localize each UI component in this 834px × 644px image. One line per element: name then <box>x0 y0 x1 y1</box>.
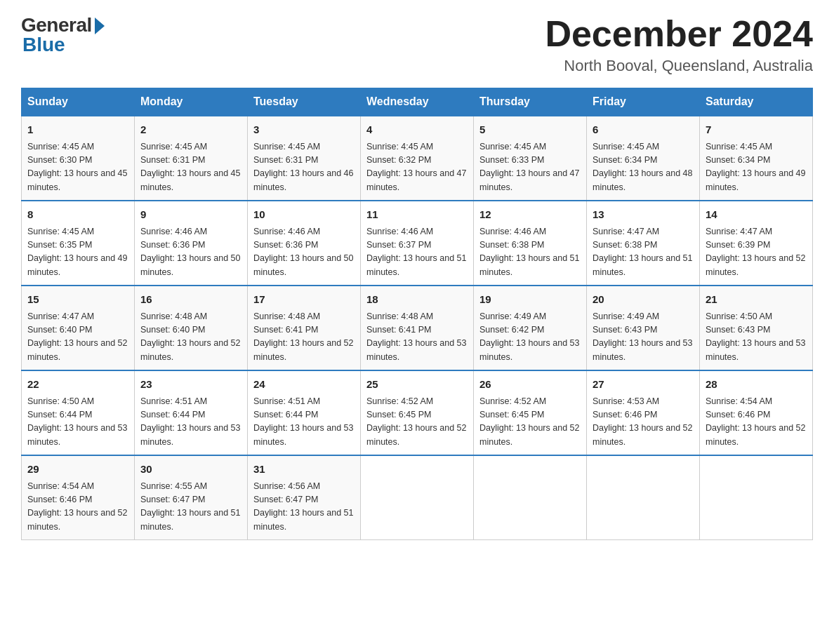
calendar-cell: 17 Sunrise: 4:48 AMSunset: 6:41 PMDaylig… <box>248 286 361 370</box>
day-number: 17 <box>253 292 355 308</box>
calendar-cell: 5 Sunrise: 4:45 AMSunset: 6:33 PMDayligh… <box>474 116 587 201</box>
day-number: 21 <box>706 292 807 308</box>
day-info: Sunrise: 4:46 AMSunset: 6:36 PMDaylight:… <box>253 225 355 280</box>
day-number: 31 <box>253 462 355 478</box>
calendar-cell: 24 Sunrise: 4:51 AMSunset: 6:44 PMDaylig… <box>248 370 361 455</box>
day-info: Sunrise: 4:54 AMSunset: 6:46 PMDaylight:… <box>706 395 807 450</box>
day-info: Sunrise: 4:48 AMSunset: 6:40 PMDaylight:… <box>140 310 241 365</box>
col-thursday: Thursday <box>474 88 587 116</box>
col-tuesday: Tuesday <box>248 88 361 116</box>
day-info: Sunrise: 4:45 AMSunset: 6:34 PMDaylight:… <box>706 140 807 195</box>
day-number: 25 <box>366 377 468 393</box>
col-wednesday: Wednesday <box>361 88 474 116</box>
day-number: 24 <box>253 377 355 393</box>
day-number: 29 <box>27 462 128 478</box>
logo-arrow-icon <box>95 18 105 34</box>
day-number: 30 <box>140 462 241 478</box>
calendar-cell <box>474 455 587 540</box>
calendar-cell: 4 Sunrise: 4:45 AMSunset: 6:32 PMDayligh… <box>361 116 474 201</box>
calendar-table: Sunday Monday Tuesday Wednesday Thursday… <box>21 88 813 540</box>
calendar-cell: 19 Sunrise: 4:49 AMSunset: 6:42 PMDaylig… <box>474 286 587 370</box>
logo-blue-text: Blue <box>22 34 65 56</box>
calendar-cell: 26 Sunrise: 4:52 AMSunset: 6:45 PMDaylig… <box>474 370 587 455</box>
calendar-cell: 14 Sunrise: 4:47 AMSunset: 6:39 PMDaylig… <box>700 201 813 286</box>
calendar-cell: 2 Sunrise: 4:45 AMSunset: 6:31 PMDayligh… <box>135 116 248 201</box>
day-info: Sunrise: 4:50 AMSunset: 6:43 PMDaylight:… <box>706 310 807 365</box>
page-subtitle: North Booval, Queensland, Australia <box>545 57 813 75</box>
calendar-week-row: 8 Sunrise: 4:45 AMSunset: 6:35 PMDayligh… <box>22 201 813 286</box>
day-number: 20 <box>593 292 694 308</box>
calendar-week-row: 22 Sunrise: 4:50 AMSunset: 6:44 PMDaylig… <box>22 370 813 455</box>
calendar-cell: 7 Sunrise: 4:45 AMSunset: 6:34 PMDayligh… <box>700 116 813 201</box>
day-info: Sunrise: 4:50 AMSunset: 6:44 PMDaylight:… <box>27 395 128 450</box>
calendar-cell: 16 Sunrise: 4:48 AMSunset: 6:40 PMDaylig… <box>135 286 248 370</box>
day-info: Sunrise: 4:52 AMSunset: 6:45 PMDaylight:… <box>479 395 581 450</box>
calendar-week-row: 1 Sunrise: 4:45 AMSunset: 6:30 PMDayligh… <box>22 116 813 201</box>
day-info: Sunrise: 4:52 AMSunset: 6:45 PMDaylight:… <box>366 395 468 450</box>
day-info: Sunrise: 4:56 AMSunset: 6:47 PMDaylight:… <box>253 480 355 535</box>
day-info: Sunrise: 4:48 AMSunset: 6:41 PMDaylight:… <box>253 310 355 365</box>
calendar-cell <box>361 455 474 540</box>
page-title: December 2024 <box>545 14 813 54</box>
day-number: 1 <box>27 122 128 138</box>
day-number: 23 <box>140 377 241 393</box>
calendar-cell: 20 Sunrise: 4:49 AMSunset: 6:43 PMDaylig… <box>587 286 700 370</box>
calendar-cell: 11 Sunrise: 4:46 AMSunset: 6:37 PMDaylig… <box>361 201 474 286</box>
calendar-cell: 8 Sunrise: 4:45 AMSunset: 6:35 PMDayligh… <box>22 201 135 286</box>
day-number: 13 <box>593 207 694 223</box>
calendar-week-row: 15 Sunrise: 4:47 AMSunset: 6:40 PMDaylig… <box>22 286 813 370</box>
col-sunday: Sunday <box>22 88 135 116</box>
day-info: Sunrise: 4:45 AMSunset: 6:33 PMDaylight:… <box>479 140 581 195</box>
calendar-week-row: 29 Sunrise: 4:54 AMSunset: 6:46 PMDaylig… <box>22 455 813 540</box>
calendar-cell: 9 Sunrise: 4:46 AMSunset: 6:36 PMDayligh… <box>135 201 248 286</box>
day-number: 28 <box>706 377 807 393</box>
day-info: Sunrise: 4:47 AMSunset: 6:40 PMDaylight:… <box>27 310 128 365</box>
day-info: Sunrise: 4:49 AMSunset: 6:43 PMDaylight:… <box>593 310 694 365</box>
day-number: 16 <box>140 292 241 308</box>
calendar-cell: 25 Sunrise: 4:52 AMSunset: 6:45 PMDaylig… <box>361 370 474 455</box>
day-number: 22 <box>27 377 128 393</box>
calendar-cell: 28 Sunrise: 4:54 AMSunset: 6:46 PMDaylig… <box>700 370 813 455</box>
day-info: Sunrise: 4:51 AMSunset: 6:44 PMDaylight:… <box>140 395 241 450</box>
day-info: Sunrise: 4:45 AMSunset: 6:31 PMDaylight:… <box>253 140 355 195</box>
day-info: Sunrise: 4:45 AMSunset: 6:35 PMDaylight:… <box>27 225 128 280</box>
day-number: 12 <box>479 207 581 223</box>
day-info: Sunrise: 4:55 AMSunset: 6:47 PMDaylight:… <box>140 480 241 535</box>
title-block: December 2024 North Booval, Queensland, … <box>545 14 813 75</box>
day-info: Sunrise: 4:46 AMSunset: 6:38 PMDaylight:… <box>479 225 581 280</box>
day-info: Sunrise: 4:47 AMSunset: 6:38 PMDaylight:… <box>593 225 694 280</box>
day-number: 6 <box>593 122 694 138</box>
calendar-cell: 13 Sunrise: 4:47 AMSunset: 6:38 PMDaylig… <box>587 201 700 286</box>
day-number: 15 <box>27 292 128 308</box>
calendar-cell: 31 Sunrise: 4:56 AMSunset: 6:47 PMDaylig… <box>248 455 361 540</box>
day-info: Sunrise: 4:54 AMSunset: 6:46 PMDaylight:… <box>27 480 128 535</box>
day-info: Sunrise: 4:46 AMSunset: 6:37 PMDaylight:… <box>366 225 468 280</box>
day-number: 5 <box>479 122 581 138</box>
day-number: 3 <box>253 122 355 138</box>
day-info: Sunrise: 4:45 AMSunset: 6:34 PMDaylight:… <box>593 140 694 195</box>
calendar-cell: 1 Sunrise: 4:45 AMSunset: 6:30 PMDayligh… <box>22 116 135 201</box>
day-info: Sunrise: 4:53 AMSunset: 6:46 PMDaylight:… <box>593 395 694 450</box>
day-info: Sunrise: 4:51 AMSunset: 6:44 PMDaylight:… <box>253 395 355 450</box>
calendar-cell: 15 Sunrise: 4:47 AMSunset: 6:40 PMDaylig… <box>22 286 135 370</box>
page-header: General Blue December 2024 North Booval,… <box>21 14 813 75</box>
day-number: 7 <box>706 122 807 138</box>
day-info: Sunrise: 4:49 AMSunset: 6:42 PMDaylight:… <box>479 310 581 365</box>
calendar-cell: 6 Sunrise: 4:45 AMSunset: 6:34 PMDayligh… <box>587 116 700 201</box>
day-number: 26 <box>479 377 581 393</box>
col-monday: Monday <box>135 88 248 116</box>
calendar-cell: 27 Sunrise: 4:53 AMSunset: 6:46 PMDaylig… <box>587 370 700 455</box>
day-number: 9 <box>140 207 241 223</box>
calendar-header-row: Sunday Monday Tuesday Wednesday Thursday… <box>22 88 813 116</box>
calendar-cell: 21 Sunrise: 4:50 AMSunset: 6:43 PMDaylig… <box>700 286 813 370</box>
calendar-cell: 30 Sunrise: 4:55 AMSunset: 6:47 PMDaylig… <box>135 455 248 540</box>
calendar-cell: 22 Sunrise: 4:50 AMSunset: 6:44 PMDaylig… <box>22 370 135 455</box>
day-number: 8 <box>27 207 128 223</box>
day-info: Sunrise: 4:46 AMSunset: 6:36 PMDaylight:… <box>140 225 241 280</box>
day-number: 27 <box>593 377 694 393</box>
col-saturday: Saturday <box>700 88 813 116</box>
day-number: 4 <box>366 122 468 138</box>
calendar-cell: 10 Sunrise: 4:46 AMSunset: 6:36 PMDaylig… <box>248 201 361 286</box>
day-number: 10 <box>253 207 355 223</box>
day-number: 19 <box>479 292 581 308</box>
